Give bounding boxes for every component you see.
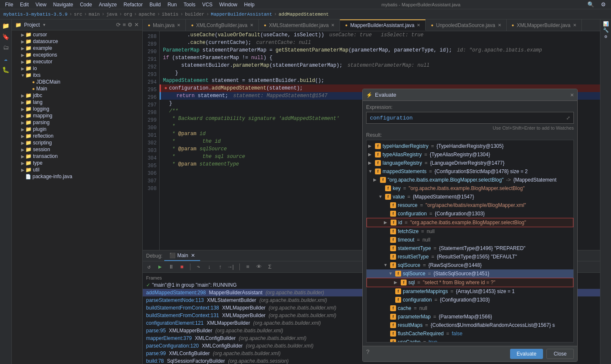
tree-logging[interactable]: ▶ 📁 logging — [12, 106, 142, 112]
help-icon[interactable]: ? — [366, 349, 369, 359]
menu-code[interactable]: Code — [76, 2, 95, 8]
menu-view[interactable]: View — [32, 2, 50, 8]
tree-io[interactable]: ▶ 📁 io — [12, 65, 142, 72]
menu-analyze[interactable]: Analyze — [95, 2, 120, 8]
result-item-2[interactable]: ▶ f languageRegistry = {LanguageDriverRe… — [367, 159, 573, 167]
result-item-sql[interactable]: ▶ f sql = "select * from Blog where id =… — [367, 278, 573, 287]
result-tree[interactable]: ▶ f typeHandlerRegistry = {TypeHandlerRe… — [366, 140, 574, 342]
menu-build[interactable]: Build — [146, 2, 164, 8]
pause-button[interactable]: ⏸ — [166, 262, 176, 272]
menu-tools[interactable]: Tools — [180, 2, 199, 8]
tree-util[interactable]: ▶ 📁 util — [12, 166, 142, 173]
sync-icon[interactable]: ⟳ — [116, 22, 121, 28]
result-item-7[interactable]: ▶ f resource = "org/apache/ibatis/exampl… — [367, 201, 573, 209]
settings-icon[interactable]: ⚙ — [597, 1, 609, 8]
stop-button[interactable]: ■ — [177, 262, 187, 272]
result-item-usecache[interactable]: ▶ f useCache = true — [367, 338, 573, 342]
tree-exceptions[interactable]: ▶ 📁 exceptions — [12, 52, 142, 58]
tree-executor[interactable]: ▶ 📁 executor — [12, 58, 142, 65]
result-item-parametermap[interactable]: ▶ f parameterMap = {ParameterMap@1566} — [367, 312, 573, 321]
watches-button[interactable]: 👁 — [254, 262, 263, 272]
result-item-parametermappings[interactable]: ▶ f parameterMappings = {ArrayList@1453}… — [367, 287, 573, 296]
tree-package-info[interactable]: 📄 package-info.java — [12, 173, 142, 180]
breadcrumb-part-9[interactable]: addMappedStatement — [279, 12, 329, 17]
tab-close-unpooled[interactable]: ✕ — [498, 23, 501, 27]
settings-panel-icon[interactable]: ⚙ — [128, 22, 133, 28]
tab-close-main[interactable]: ✕ — [177, 23, 180, 27]
tree-lang[interactable]: ▶ 📁 lang — [12, 99, 142, 106]
tree-type[interactable]: ▶ 📁 type — [12, 160, 142, 166]
tab-main-java[interactable]: ● Main.java ✕ — [143, 19, 186, 31]
result-item-4[interactable]: ▶ f "org.apache.ibatis.example.BlogMappe… — [367, 176, 573, 184]
result-item-cache[interactable]: ▶ f cache = null — [367, 304, 573, 312]
tree-datasource[interactable]: ▶ 📁 datasource — [12, 38, 142, 45]
result-item-0[interactable]: ▶ f typeHandlerRegistry = {TypeHandlerRe… — [367, 142, 573, 150]
menu-edit[interactable]: Edit — [16, 2, 32, 8]
result-item-resultmaps[interactable]: ▶ f resultMaps = {Collections$Unmodifiab… — [367, 321, 573, 329]
evaluate-button[interactable]: Evaluate — [510, 349, 543, 359]
tab-xmlmapperbuilder[interactable]: ● XMLMapperBuilder.java ✕ — [507, 19, 582, 31]
step-into-button[interactable]: ↓ — [205, 262, 214, 272]
project-dropdown-icon[interactable]: ▼ — [42, 23, 46, 27]
menu-file[interactable]: File — [2, 2, 16, 8]
result-item-6[interactable]: ▼ f value = {MappedStatement@1547} — [367, 193, 573, 201]
evaluate-expr-button[interactable]: Σ — [265, 262, 274, 272]
menu-navigate[interactable]: Navigate — [50, 2, 76, 8]
tree-reflection[interactable]: ▶ 📁 reflection — [12, 133, 142, 139]
breadcrumb-part-5[interactable]: apache — [138, 12, 155, 17]
result-item-fetchsize[interactable]: ▶ f fetchSize = null — [367, 227, 573, 236]
tab-close-mapper[interactable]: ✕ — [417, 23, 420, 27]
breadcrumb-part-3[interactable]: java — [106, 12, 117, 17]
menu-help[interactable]: Help — [241, 2, 258, 8]
tab-close-xmlstatement[interactable]: ✕ — [331, 23, 334, 27]
right-icon-3[interactable]: ⚙ — [604, 34, 607, 39]
tree-mapping[interactable]: ▶ 📁 mapping — [12, 112, 142, 119]
search-everywhere-icon[interactable]: 🔍 — [584, 1, 597, 8]
breadcrumb-part-8[interactable]: MapperBuilderAssistant — [211, 12, 272, 17]
tab-xmlstatementbuilder[interactable]: ● XMLStatementBuilder.java ✕ — [259, 19, 340, 31]
breadcrumb-part-4[interactable]: org — [124, 12, 132, 17]
result-item-1[interactable]: ▶ f typeAliasRegistry = {TypeAliasRegist… — [367, 150, 573, 159]
right-icon-2[interactable]: 🔧 — [603, 27, 609, 33]
tree-jdbcmain[interactable]: ● JDBCMain — [12, 79, 142, 85]
tab-close-xmlmapper[interactable]: ✕ — [573, 23, 576, 27]
result-item-3[interactable]: ▼ f mappedStatements = {Configuration$St… — [367, 167, 573, 176]
structure-icon[interactable]: 🗂 — [1, 43, 11, 52]
expression-input[interactable]: configuration ⤢ — [366, 112, 574, 124]
result-item-id[interactable]: ▶ f id = "org.apache.ibatis.example.Blog… — [367, 218, 573, 227]
expand-icon[interactable]: ⤢ — [566, 115, 570, 121]
right-icon-1[interactable]: 📊 — [603, 21, 609, 27]
result-item-timeout[interactable]: ▶ f timeout = null — [367, 236, 573, 244]
debug-tab-main[interactable]: ⬛ Main ✕ — [164, 250, 200, 261]
result-item-statementtype[interactable]: ▶ f statementType = {StatementType@1496}… — [367, 244, 573, 253]
dialog-close-button[interactable]: ✕ — [570, 91, 574, 98]
tree-scripting[interactable]: ▶ 📁 scripting — [12, 139, 142, 146]
tree-transaction[interactable]: ▶ 📁 transaction — [12, 153, 142, 160]
tree-main[interactable]: ● Main — [12, 85, 142, 92]
tree-parsing[interactable]: ▶ 📁 parsing — [12, 119, 142, 126]
tab-unpooleddatasource[interactable]: ● UnpooledDataSource.java ✕ — [426, 19, 506, 31]
result-item-config-inner[interactable]: ▶ f configuration = {Configuration@1303} — [367, 296, 573, 304]
restart-button[interactable]: ↺ — [144, 262, 154, 272]
tree-itxs[interactable]: ▼ 📁 itxs — [12, 72, 142, 79]
result-item-flushcache[interactable]: ▶ f flushCacheRequired = false — [367, 329, 573, 338]
result-item-sqlsource-inner[interactable]: ▼ f sqlSource = {StaticSqlSource@1451} — [367, 269, 573, 278]
tab-mapperbuilderassistant[interactable]: ● MapperBuilderAssistant.java ✕ — [340, 19, 426, 31]
result-item-8[interactable]: ▶ f configuration = {Configuration@1303} — [367, 209, 573, 218]
tree-example[interactable]: ▶ 📁 example — [12, 45, 142, 52]
result-item-sqlsource[interactable]: ▼ f sqlSource = {RawSqlSource@1448} — [367, 261, 573, 269]
project-icon[interactable]: 📁 — [1, 21, 11, 30]
breadcrumb-part-1[interactable]: src — [74, 12, 82, 17]
result-item-5[interactable]: ▶ f key = "org.apache.ibatis.example.Blo… — [367, 184, 573, 193]
frames-button[interactable]: ≡ — [243, 262, 253, 272]
debug-icon[interactable]: 🐛 — [1, 65, 11, 74]
menu-run[interactable]: Run — [164, 2, 180, 8]
tree-cursor[interactable]: ▶ 📁 cursor — [12, 31, 142, 38]
breadcrumb-part-2[interactable]: main — [89, 12, 100, 17]
breadcrumb-part-7[interactable]: builder — [185, 12, 204, 17]
step-over-button[interactable]: ↷ — [194, 262, 203, 272]
tree-plugin[interactable]: ▶ 📁 plugin — [12, 126, 142, 133]
tab-xmlconfigbuilder[interactable]: ● XMLConfigBuilder.java ✕ — [186, 19, 258, 31]
tree-jdbc[interactable]: ▶ 📁 jdbc — [12, 92, 142, 99]
menu-vcs[interactable]: VCS — [199, 2, 216, 8]
